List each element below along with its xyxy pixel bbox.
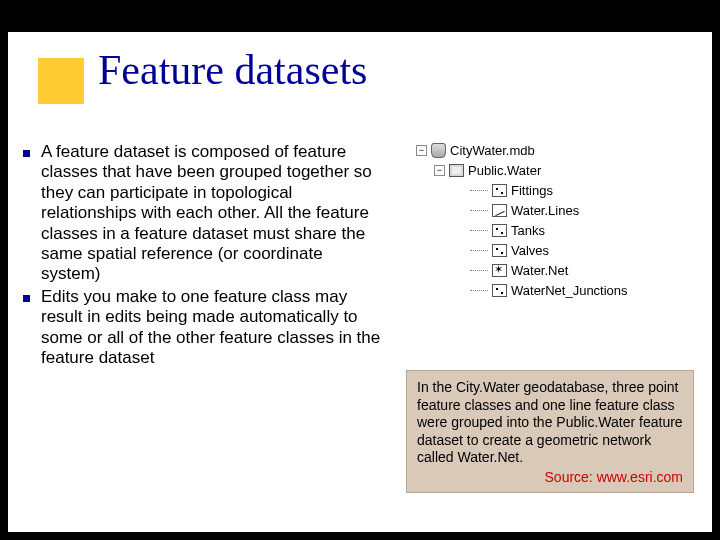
collapse-icon[interactable]: − — [434, 165, 445, 176]
bullet-text: Edits you make to one feature class may … — [41, 287, 383, 369]
tree-node-child: Water.Lines — [416, 200, 686, 220]
tree-node-root: − CityWater.mdb — [416, 140, 686, 160]
point-featureclass-icon — [492, 284, 507, 297]
tree-node-child: Valves — [416, 240, 686, 260]
bullet-marker-icon — [23, 142, 41, 157]
tree-node-child: Water.Net — [416, 260, 686, 280]
tree-label: Water.Net — [511, 263, 568, 278]
line-featureclass-icon — [492, 204, 507, 217]
caption-text: In the City.Water geodatabase, three poi… — [417, 379, 683, 467]
slide: Feature datasets A feature dataset is co… — [8, 32, 712, 532]
tree-node-child: WaterNet_Junctions — [416, 280, 686, 300]
body-text-column: A feature dataset is composed of feature… — [23, 142, 383, 370]
point-featureclass-icon — [492, 244, 507, 257]
tree-label: Tanks — [511, 223, 545, 238]
tree-label: Valves — [511, 243, 549, 258]
tree-connector-icon — [470, 190, 488, 191]
geodatabase-icon — [431, 143, 446, 158]
accent-square — [38, 58, 84, 104]
tree-node-dataset: − Public.Water — [416, 160, 686, 180]
collapse-icon[interactable]: − — [416, 145, 427, 156]
tree-label: Water.Lines — [511, 203, 579, 218]
feature-dataset-icon — [449, 164, 464, 177]
caption-source: Source: www.esri.com — [417, 469, 683, 487]
bullet-item: Edits you make to one feature class may … — [23, 287, 383, 369]
geometric-network-icon — [492, 264, 507, 277]
tree-connector-icon — [470, 270, 488, 271]
tree-label: Fittings — [511, 183, 553, 198]
tree-connector-icon — [470, 230, 488, 231]
point-featureclass-icon — [492, 224, 507, 237]
tree-label: CityWater.mdb — [450, 143, 535, 158]
tree-node-child: Fittings — [416, 180, 686, 200]
tree-label: WaterNet_Junctions — [511, 283, 628, 298]
tree-connector-icon — [470, 250, 488, 251]
bullet-item: A feature dataset is composed of feature… — [23, 142, 383, 285]
bullet-marker-icon — [23, 287, 41, 302]
tree-connector-icon — [470, 210, 488, 211]
point-featureclass-icon — [492, 184, 507, 197]
tree-node-child: Tanks — [416, 220, 686, 240]
bullet-text: A feature dataset is composed of feature… — [41, 142, 383, 285]
caption-box: In the City.Water geodatabase, three poi… — [406, 370, 694, 493]
slide-title: Feature datasets — [98, 46, 367, 94]
catalog-tree: − CityWater.mdb − Public.Water Fittings … — [416, 140, 686, 300]
tree-connector-icon — [470, 290, 488, 291]
tree-label: Public.Water — [468, 163, 541, 178]
